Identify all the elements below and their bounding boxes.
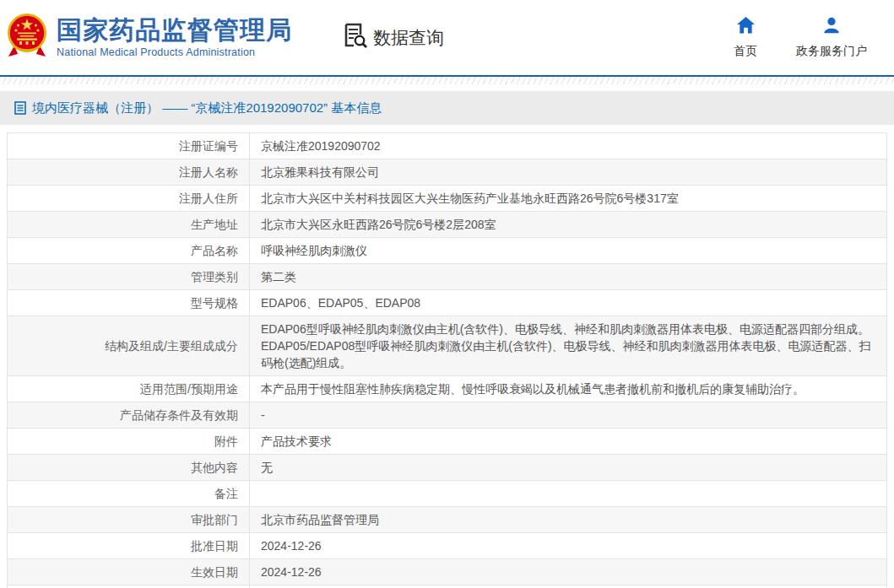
- row-label: 产品储存条件及有效期: [8, 402, 250, 429]
- row-label: 结构及组成/主要组成成分: [8, 316, 250, 376]
- home-icon: [736, 17, 756, 36]
- nav-home-label: 首页: [734, 44, 757, 59]
- row-label: 生效日期: [8, 559, 250, 585]
- row-value: 2029-12-25: [250, 585, 887, 588]
- breadcrumb: 境内医疗器械（注册） —— “京械注准20192090702” 基本信息: [0, 91, 894, 125]
- site-header: 国家药品监督管理局 National Medical Products Admi…: [0, 0, 894, 75]
- row-label: 注册人名称: [8, 159, 250, 186]
- table-row: 适用范围/预期用途本产品用于慢性阻塞性肺疾病稳定期、慢性呼吸衰竭以及机械通气患者…: [8, 376, 887, 402]
- table-row: 有效期至2029-12-25: [8, 585, 887, 588]
- row-value: 北京雅果科技有限公司: [250, 159, 887, 186]
- nav-home[interactable]: 首页: [734, 17, 757, 59]
- row-value: 呼吸神经肌肉刺激仪: [250, 238, 887, 264]
- row-label: 批准日期: [8, 533, 250, 559]
- row-label: 注册人住所: [8, 186, 250, 212]
- table-row: 审批部门北京市药品监督管理局: [8, 507, 887, 533]
- user-icon: [822, 17, 841, 36]
- row-value: [250, 481, 887, 507]
- table-row: 注册人名称北京雅果科技有限公司: [8, 159, 887, 186]
- row-value: 北京市药品监督管理局: [250, 507, 887, 533]
- nav-portal-label: 政务服务门户: [796, 44, 867, 59]
- table-row: 备注: [8, 481, 887, 507]
- table-row: 注册证编号京械注准20192090702: [8, 133, 887, 159]
- row-value: 2024-12-26: [250, 559, 887, 585]
- nav-portal[interactable]: 政务服务门户: [796, 17, 867, 59]
- row-value: 2024-12-26: [250, 533, 887, 559]
- row-label: 生产地址: [8, 212, 250, 238]
- row-label: 其他内容: [8, 455, 250, 481]
- table-row: 结构及组成/主要组成成分EDAP06型呼吸神经肌肉刺激仪由主机(含软件)、电极导…: [8, 316, 887, 376]
- row-label: 型号规格: [8, 290, 250, 316]
- row-value: EDAP06、EDAP05、EDAP08: [250, 290, 887, 316]
- row-value: 第二类: [250, 264, 887, 290]
- row-label: 适用范围/预期用途: [8, 376, 250, 402]
- registration-info-table: 注册证编号京械注准20192090702注册人名称北京雅果科技有限公司注册人住所…: [7, 132, 887, 588]
- row-label: 有效期至: [8, 585, 250, 588]
- table-row: 生产地址北京市大兴区永旺西路26号院6号楼2层208室: [8, 212, 887, 238]
- row-value: 本产品用于慢性阻塞性肺疾病稳定期、慢性呼吸衰竭以及机械通气患者撤机前和撤机后的康…: [250, 376, 887, 402]
- table-row: 生效日期2024-12-26: [8, 559, 887, 585]
- org-name-zh: 国家药品监督管理局: [57, 17, 292, 44]
- hatch-band: [0, 77, 894, 84]
- row-label: 附件: [8, 429, 250, 455]
- data-query-label: 数据查询: [373, 26, 444, 50]
- row-label: 注册证编号: [8, 133, 250, 159]
- table-row: 型号规格EDAP06、EDAP05、EDAP08: [8, 290, 887, 316]
- row-label: 备注: [8, 481, 250, 507]
- row-label: 产品名称: [8, 238, 250, 264]
- table-row: 注册人住所北京市大兴区中关村科技园区大兴生物医药产业基地永旺西路26号院6号楼3…: [8, 186, 887, 212]
- table-row: 产品储存条件及有效期-: [8, 402, 887, 429]
- row-value: 产品技术要求: [250, 429, 887, 455]
- header-right-nav: 首页 政务服务门户: [734, 17, 879, 59]
- row-value: EDAP06型呼吸神经肌肉刺激仪由主机(含软件)、电极导线、神经和肌肉刺激器用体…: [250, 316, 887, 376]
- row-value: 无: [250, 455, 887, 481]
- breadcrumb-text: 境内医疗器械（注册） —— “京械注准20192090702” 基本信息: [32, 100, 382, 116]
- site-logo[interactable]: 国家药品监督管理局 National Medical Products Admi…: [7, 12, 292, 63]
- table-row: 附件产品技术要求: [8, 429, 887, 455]
- national-emblem-icon: [7, 12, 47, 63]
- table-row: 管理类别第二类: [8, 264, 887, 290]
- org-name-en: National Medical Products Administration: [57, 46, 292, 58]
- table-row: 其他内容无: [8, 455, 887, 481]
- row-label: 管理类别: [8, 264, 250, 290]
- row-value: 北京市大兴区永旺西路26号院6号楼2层208室: [250, 212, 887, 238]
- data-query-icon: [344, 23, 367, 53]
- row-value: -: [250, 402, 887, 429]
- row-value: 京械注准20192090702: [250, 133, 887, 159]
- row-value: 北京市大兴区中关村科技园区大兴生物医药产业基地永旺西路26号院6号楼317室: [250, 186, 887, 212]
- document-icon: [14, 101, 26, 115]
- nav-data-query[interactable]: 数据查询: [344, 23, 444, 53]
- table-row: 产品名称呼吸神经肌肉刺激仪: [8, 238, 887, 264]
- row-label: 审批部门: [8, 507, 250, 533]
- table-row: 批准日期2024-12-26: [8, 533, 887, 559]
